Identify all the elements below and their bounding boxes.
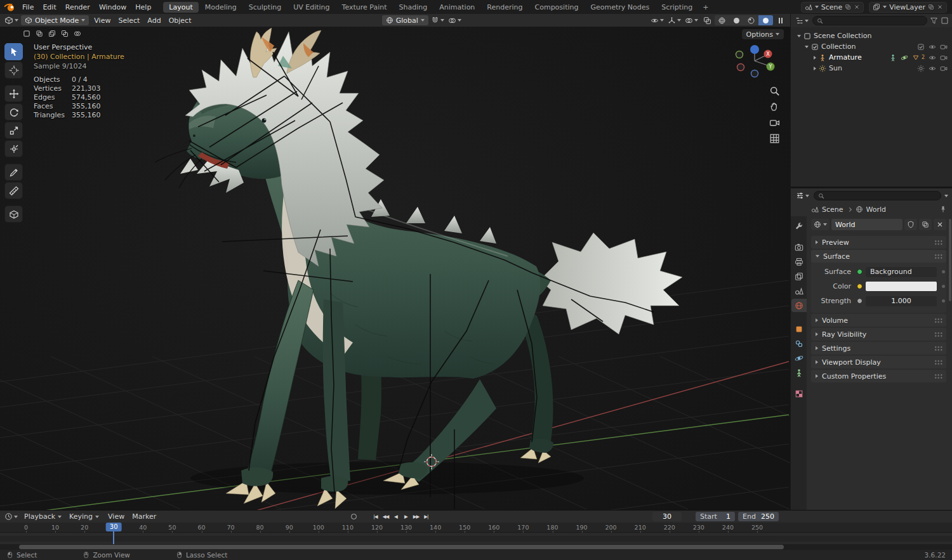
app-menu[interactable]: Window <box>95 2 131 13</box>
properties-search-input[interactable] <box>814 191 941 200</box>
grid-ortho-icon[interactable] <box>769 133 780 144</box>
current-frame-field[interactable]: 30 <box>652 512 682 521</box>
eye-icon[interactable] <box>929 54 936 62</box>
workspace-tab[interactable]: Animation <box>433 2 480 13</box>
disclosure-icon[interactable] <box>797 35 801 37</box>
outliner-search-input[interactable] <box>812 16 927 25</box>
tool-button-move[interactable] <box>4 85 23 102</box>
timeline-menu[interactable]: View <box>104 512 128 521</box>
workspace-tab[interactable]: Sculpting <box>243 2 287 13</box>
pan-hand-icon[interactable] <box>769 101 780 112</box>
world-name-field[interactable]: World <box>831 219 902 230</box>
properties-tab-view-layer[interactable] <box>791 270 807 283</box>
scene-selector[interactable]: Scene <box>801 2 864 13</box>
breadcrumb-scene[interactable]: Scene <box>822 205 843 214</box>
tool-button-tweak-select[interactable] <box>4 43 23 60</box>
viewport-canvas[interactable]: User Perspective (30) Collection | Armat… <box>0 27 790 510</box>
color-swatch[interactable] <box>866 282 937 291</box>
add-workspace-button[interactable]: + <box>698 2 713 13</box>
animation-icon[interactable] <box>901 54 908 62</box>
xray-toggle[interactable] <box>701 15 713 25</box>
visibility-dropdown[interactable] <box>649 15 665 25</box>
tool-button-measure[interactable] <box>4 182 23 199</box>
disclosure-icon[interactable] <box>805 46 809 48</box>
drag-dots-icon[interactable] <box>934 360 942 365</box>
decorator-icon[interactable] <box>942 270 945 273</box>
tool-button-annotate[interactable] <box>4 164 23 181</box>
gizmo-neg-z-axis[interactable] <box>751 70 758 77</box>
quick-toggle-icon[interactable] <box>72 29 83 38</box>
timeline-menu[interactable]: Keying <box>65 512 103 521</box>
quick-toggle-icon[interactable] <box>60 29 70 38</box>
camera-icon[interactable] <box>940 54 948 62</box>
panel-header[interactable]: Volume <box>811 314 946 327</box>
shading-material-button[interactable] <box>744 15 758 25</box>
properties-tab-texture[interactable] <box>791 387 807 400</box>
tool-button-rotate[interactable] <box>4 103 23 120</box>
transport-button-next-keyframe[interactable]: ▶▶ <box>411 512 421 521</box>
decorator-icon[interactable] <box>942 299 945 303</box>
copy-icon[interactable] <box>928 4 934 10</box>
new-copy-button[interactable] <box>919 219 932 230</box>
camera-icon[interactable] <box>940 65 948 72</box>
panel-header[interactable]: Viewport Display <box>811 356 946 368</box>
properties-tab-scene[interactable] <box>791 284 807 297</box>
panel-header[interactable]: Ray Visibility <box>811 328 946 341</box>
drag-dots-icon[interactable] <box>934 332 942 337</box>
disclosure-icon[interactable] <box>814 67 816 70</box>
camera-view-icon[interactable] <box>769 117 780 128</box>
tree-row-sun[interactable]: Sun <box>793 63 949 74</box>
transport-button-jump-end[interactable]: ▶| <box>421 512 431 521</box>
quick-toggle-icon[interactable] <box>47 29 57 38</box>
transport-button-jump-start[interactable]: |◀ <box>371 512 380 521</box>
workspace-tab[interactable]: Scripting <box>656 2 698 13</box>
workspace-tab[interactable]: Layout <box>163 2 198 13</box>
tool-button-cursor[interactable] <box>4 62 23 79</box>
panel-header[interactable]: Custom Properties <box>811 370 946 382</box>
strength-slider[interactable]: 1.000 <box>866 296 937 306</box>
checkbox-icon[interactable] <box>811 43 819 51</box>
options-button[interactable]: Options <box>742 29 784 39</box>
timeline-scrollbar[interactable] <box>0 544 952 550</box>
quick-toggle-icon[interactable] <box>34 29 44 38</box>
tool-button-add-cube[interactable] <box>4 205 23 223</box>
eye-icon[interactable] <box>929 43 936 51</box>
properties-tab-constraints[interactable] <box>791 337 807 350</box>
overlays-dropdown[interactable] <box>684 15 699 25</box>
app-menu[interactable]: File <box>18 2 38 13</box>
timeline-ruler[interactable]: 0102030405060708090100110120130140150160… <box>0 523 952 533</box>
timeline-menu[interactable]: Marker <box>128 512 160 521</box>
properties-tab-world[interactable] <box>791 299 807 312</box>
camera-icon[interactable] <box>940 43 948 51</box>
playhead-frame-label[interactable]: 30 <box>106 523 122 531</box>
workspace-tab[interactable]: UV Editing <box>288 2 335 13</box>
unlink-button[interactable] <box>934 219 946 230</box>
properties-scrollbar[interactable] <box>949 219 951 301</box>
drag-dots-icon[interactable] <box>934 254 942 259</box>
tool-button-scale[interactable] <box>4 122 23 139</box>
viewport-menu[interactable]: Add <box>143 16 164 25</box>
properties-tab-object[interactable] <box>791 322 807 335</box>
snap-toggle[interactable] <box>430 15 446 25</box>
properties-tab-physics[interactable] <box>791 351 807 365</box>
viewport-menu[interactable]: Select <box>114 16 143 25</box>
close-icon[interactable] <box>937 4 943 10</box>
zoom-icon[interactable] <box>769 86 780 96</box>
transport-button-play[interactable]: ▶ <box>401 512 411 521</box>
scrollbar-handle[interactable] <box>19 545 784 549</box>
fake-user-button[interactable] <box>904 219 917 230</box>
navigation-gizmo[interactable]: X Y <box>733 41 777 85</box>
header-pause-button[interactable] <box>774 15 787 25</box>
app-menu[interactable]: Edit <box>38 2 60 13</box>
app-menu[interactable]: Render <box>61 2 95 13</box>
pin-icon[interactable] <box>939 205 947 213</box>
shading-rendered-button[interactable] <box>758 15 773 25</box>
tree-row-collection[interactable]: Collection <box>793 41 949 52</box>
workspace-tab[interactable]: Compositing <box>529 2 585 13</box>
new-collection-icon[interactable] <box>941 16 949 25</box>
drag-dots-icon[interactable] <box>934 318 942 323</box>
armature-data-icon[interactable] <box>889 54 897 62</box>
panel-header-surface[interactable]: Surface <box>811 250 946 263</box>
editor-type-button[interactable] <box>3 15 20 25</box>
properties-tab-render[interactable] <box>791 240 807 254</box>
